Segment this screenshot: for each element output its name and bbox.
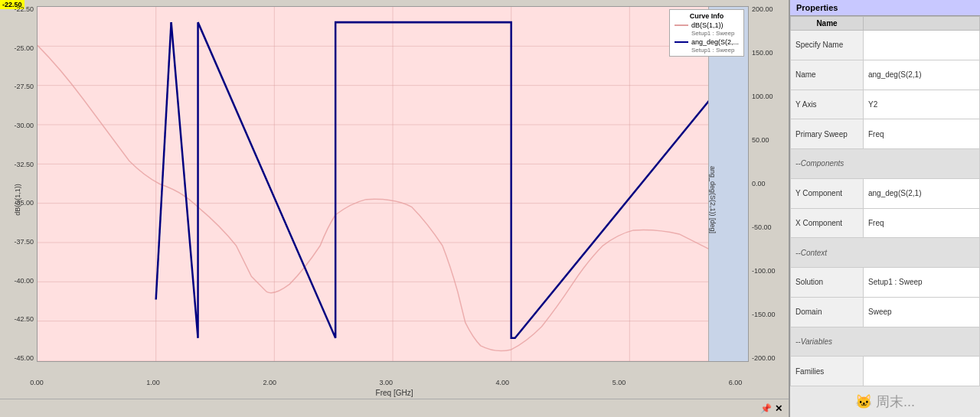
curve-label-pink: dB(S(1,1)) bbox=[691, 21, 724, 29]
chart-container: -22.50 -22.50 -25.00 -27.50 -30.00 -32.5… bbox=[0, 0, 789, 399]
prop-label-families: Families bbox=[791, 357, 864, 386]
prop-value-domain: Sweep bbox=[864, 297, 980, 327]
y-label-9: -45.00 bbox=[14, 355, 34, 362]
prop-row-context: --Context bbox=[791, 238, 980, 268]
y-label-6: -37.50 bbox=[14, 239, 34, 246]
prop-row-name: Name ang_deg(S(2,1) bbox=[791, 60, 980, 90]
prop-value-ycomponent: ang_deg(S(2,1) bbox=[864, 178, 980, 208]
curve-sublabel-pink: Setup1 : Sweep bbox=[691, 30, 739, 37]
prop-row-specify-name: Specify Name bbox=[791, 31, 980, 60]
prop-value-specify-name[interactable] bbox=[864, 31, 980, 60]
curve-info-title: Curve Info bbox=[675, 12, 739, 20]
curve-swatch-blue bbox=[675, 41, 688, 43]
y-right-label-3: 50.00 bbox=[752, 137, 769, 144]
y-label-4: -32.50 bbox=[14, 161, 34, 168]
prop-row-families: Families bbox=[791, 357, 980, 386]
x-axis: 0.00 1.00 2.00 3.00 4.00 5.00 6.00 bbox=[37, 379, 749, 386]
prop-row-xcomponent: X Component Freq bbox=[791, 208, 980, 238]
x-label-0: 0.00 bbox=[30, 379, 44, 386]
prop-label-solution: Solution bbox=[791, 268, 864, 298]
prop-row-variables: --Variables bbox=[791, 327, 980, 357]
y-label-1: -25.00 bbox=[14, 45, 34, 52]
x-label-6: 6.00 bbox=[729, 379, 743, 386]
y-right-label-2: 100.00 bbox=[752, 93, 773, 100]
y-label-2: -27.50 bbox=[14, 83, 34, 90]
curve-label-blue: ang_deg(S(2,... bbox=[691, 38, 739, 46]
prop-row-ycomponent: Y Component ang_deg(S(2,1) bbox=[791, 178, 980, 208]
prop-value-primary-sweep: Freq bbox=[864, 119, 980, 149]
prop-label-name: Name bbox=[791, 60, 864, 90]
watermark: 🐱 周末... bbox=[790, 386, 980, 417]
prop-section-variables: --Variables bbox=[791, 327, 980, 357]
prop-section-context: --Context bbox=[791, 238, 980, 268]
prop-value-families bbox=[864, 357, 980, 386]
properties-panel: Properties Name Specify Name Name ang_de… bbox=[789, 0, 980, 417]
prop-row-domain: Domain Sweep bbox=[791, 297, 980, 327]
prop-row-primary-sweep: Primary Sweep Freq bbox=[791, 119, 980, 149]
x-label-2: 2.00 bbox=[263, 379, 276, 386]
col-value-header bbox=[864, 17, 980, 31]
y-label-0: -22.50 bbox=[14, 6, 34, 13]
y-right-label-8: -200.00 bbox=[752, 355, 776, 362]
chart-area: -22.50 -22.50 -25.00 -27.50 -30.00 -32.5… bbox=[0, 0, 789, 417]
prop-row-components: --Components bbox=[791, 149, 980, 179]
y-right-label-7: -150.00 bbox=[752, 311, 776, 318]
close-button[interactable]: ✕ bbox=[775, 403, 782, 414]
prop-row-yaxis: Y Axis Y2 bbox=[791, 90, 980, 119]
curve-line-pink: dB(S(1,1)) bbox=[675, 21, 739, 29]
prop-label-primary-sweep: Primary Sweep bbox=[791, 119, 864, 149]
y-label-7: -40.00 bbox=[14, 278, 34, 285]
chart-plot bbox=[37, 6, 749, 362]
prop-label-ycomponent: Y Component bbox=[791, 178, 864, 208]
curve-line-blue: ang_deg(S(2,... bbox=[675, 38, 739, 46]
curve-info-box: Curve Info dB(S(1,1)) Setup1 : Sweep ang… bbox=[669, 9, 744, 57]
y-right-label-6: -100.00 bbox=[752, 268, 776, 275]
chart-svg bbox=[38, 7, 748, 361]
curve-swatch-pink bbox=[675, 24, 688, 26]
y-label-8: -42.50 bbox=[14, 316, 34, 323]
prop-section-components: --Components bbox=[791, 149, 980, 179]
x-label-3: 3.00 bbox=[379, 379, 393, 386]
y-label-3: -30.00 bbox=[14, 122, 34, 129]
x-label-4: 4.00 bbox=[496, 379, 510, 386]
properties-panel-title: Properties bbox=[790, 0, 980, 16]
y-left-title: dB(S(1,1)) bbox=[14, 184, 21, 216]
pin-button[interactable]: 📌 bbox=[760, 403, 772, 414]
prop-label-domain: Domain bbox=[791, 297, 864, 327]
col-name-header: Name bbox=[791, 17, 864, 31]
properties-table: Name Specify Name Name ang_deg(S(2,1) Y … bbox=[790, 16, 980, 386]
prop-row-solution: Solution Setup1 : Sweep bbox=[791, 268, 980, 298]
bottom-toolbar: 📌 ✕ bbox=[0, 399, 789, 417]
prop-label-specify-name: Specify Name bbox=[791, 31, 864, 60]
x-axis-title: Freq [GHz] bbox=[376, 389, 413, 397]
prop-label-yaxis: Y Axis bbox=[791, 90, 864, 119]
prop-value-yaxis: Y2 bbox=[864, 90, 980, 119]
y-right-label-4: 0.00 bbox=[752, 181, 766, 187]
y-right-label-5: -50.00 bbox=[752, 224, 772, 231]
y-right-title: ang_deg(S(2,1)) [deg] bbox=[709, 165, 717, 233]
y-axis-right: 200.00 150.00 100.00 50.00 0.00 -50.00 -… bbox=[749, 6, 789, 362]
x-label-5: 5.00 bbox=[612, 379, 626, 386]
prop-value-xcomponent: Freq bbox=[864, 208, 980, 238]
y-right-label-1: 150.00 bbox=[752, 50, 773, 57]
curve-sublabel-blue: Setup1 : Sweep bbox=[691, 47, 739, 54]
x-label-1: 1.00 bbox=[146, 379, 160, 386]
prop-value-solution: Setup1 : Sweep bbox=[864, 268, 980, 298]
prop-value-name: ang_deg(S(2,1) bbox=[864, 60, 980, 90]
y-right-label-0: 200.00 bbox=[752, 6, 773, 13]
prop-label-xcomponent: X Component bbox=[791, 208, 864, 238]
